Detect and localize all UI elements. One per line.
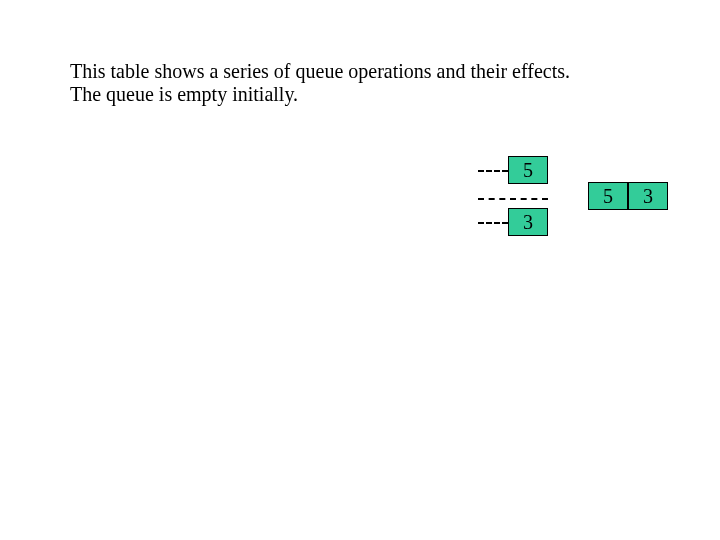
caption-line-1: This table shows a series of queue opera… (70, 60, 670, 83)
cell-right-b-value: 3 (643, 185, 653, 207)
cell-top: 5 (508, 156, 548, 184)
queue-diagram: 5 3 5 3 (478, 160, 678, 260)
cell-right-a-value: 5 (603, 185, 613, 207)
cell-bottom-value: 3 (523, 211, 533, 233)
caption-line-2: The queue is empty initially. (70, 83, 670, 106)
dash-top (478, 170, 508, 172)
caption: This table shows a series of queue opera… (70, 60, 670, 106)
dash-middle (478, 198, 548, 200)
cell-right-a: 5 (588, 182, 628, 210)
cell-right-b: 3 (628, 182, 668, 210)
cell-bottom: 3 (508, 208, 548, 236)
cell-top-value: 5 (523, 159, 533, 181)
dash-bottom (478, 222, 508, 224)
